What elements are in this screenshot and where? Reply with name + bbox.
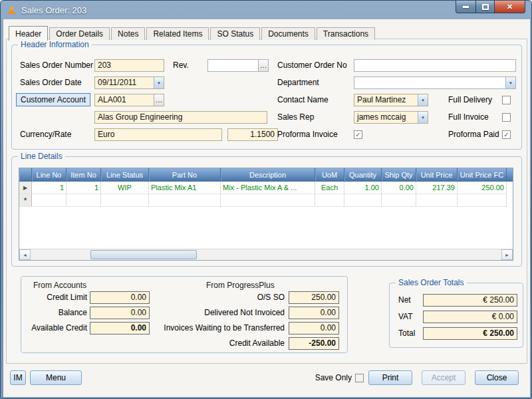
grid-cell[interactable] <box>101 194 149 207</box>
grid-cell[interactable]: Plastic Mix A1 <box>149 182 221 194</box>
column-header-unit-price[interactable]: Unit Price <box>416 168 458 181</box>
tab-related-items[interactable]: Related Items <box>146 27 209 40</box>
delivered-not-invoiced-field[interactable]: 0.00 <box>289 307 339 319</box>
grid-cell[interactable] <box>315 194 344 207</box>
column-header-part-no[interactable]: Part No <box>149 168 221 181</box>
credit-limit-label: Credit Limit <box>21 291 87 304</box>
grid-cell[interactable]: 0.00 <box>382 182 416 194</box>
grid-cell[interactable]: 1 <box>66 182 101 194</box>
grid-cell[interactable] <box>416 194 458 207</box>
app-icon <box>7 5 17 15</box>
currency-field[interactable]: Euro <box>94 128 222 141</box>
close-button[interactable]: ✕ <box>495 1 525 13</box>
grid-cell[interactable] <box>221 194 315 207</box>
column-header-uom[interactable]: UoM <box>315 168 344 181</box>
close-button-footer[interactable]: Close <box>475 370 519 385</box>
scroll-track[interactable] <box>31 249 501 260</box>
rev-label: Rev. <box>173 59 189 72</box>
grid-selector-header[interactable] <box>19 168 32 181</box>
credit-limit-field[interactable]: 0.00 <box>90 291 150 304</box>
grid-cell[interactable]: 217.39 <box>416 182 458 194</box>
titlebar[interactable]: Sales Order: 203 ✕ <box>1 1 531 19</box>
credit-available-label: Credit Available <box>229 337 285 350</box>
vat-field[interactable]: € 0.00 <box>423 311 517 323</box>
tab-header[interactable]: Header <box>9 26 48 41</box>
column-header-line-status[interactable]: Line Status <box>101 168 149 181</box>
available-credit-field[interactable]: 0.00 <box>90 322 150 334</box>
grid-row[interactable]: ▶11WIPPlastic Mix A1Mix - Plastic Mix A … <box>19 182 513 194</box>
sales-order-number-field[interactable]: 203 <box>94 59 164 72</box>
minimize-button[interactable] <box>456 1 475 13</box>
department-combo[interactable]: ▼ <box>354 76 516 89</box>
full-delivery-checkbox[interactable] <box>502 96 511 104</box>
column-header-item-no[interactable]: Item No <box>66 168 101 181</box>
horizontal-scrollbar[interactable]: ◄ ► <box>19 249 513 260</box>
proforma-invoice-checkbox[interactable]: ✓ <box>354 130 362 139</box>
from-progressplus-title: From ProgressPlus <box>206 280 275 291</box>
column-header-description[interactable]: Description <box>221 168 315 181</box>
customer-account-field[interactable]: ALA001 … <box>94 94 164 106</box>
grid-cell[interactable]: Mix - Plastic Mix A & ... <box>221 182 315 194</box>
sales-order-date-value: 09/11/2011 <box>98 78 136 87</box>
print-button[interactable]: Print <box>368 370 412 385</box>
grid-cell[interactable]: 250.00 <box>458 182 507 194</box>
grid-cell[interactable] <box>66 194 101 207</box>
tab-transactions[interactable]: Transactions <box>317 27 375 40</box>
scroll-right-button[interactable]: ► <box>501 249 513 260</box>
tab-order-details[interactable]: Order Details <box>49 27 110 40</box>
save-only-checkbox[interactable] <box>355 374 364 382</box>
proforma-paid-checkbox[interactable]: ✓ <box>502 130 511 139</box>
scroll-left-button[interactable]: ◄ <box>19 249 31 260</box>
scroll-thumb[interactable] <box>90 250 197 259</box>
column-header-unit-price-fc[interactable]: Unit Price FC <box>458 168 507 181</box>
tab-notes[interactable]: Notes <box>111 27 145 40</box>
accept-button[interactable]: Accept <box>422 370 466 385</box>
customer-name-field[interactable]: Alas Group Engineering <box>94 111 267 124</box>
contact-name-combo[interactable]: Paul Martinez ▼ <box>354 94 428 106</box>
customer-order-no-field[interactable] <box>354 59 516 72</box>
ellipsis-button[interactable]: … <box>258 60 268 71</box>
balance-field[interactable]: 0.00 <box>90 307 150 319</box>
rev-field[interactable]: … <box>207 59 269 72</box>
grid-cell[interactable] <box>149 194 221 207</box>
grid-cell[interactable] <box>458 194 507 207</box>
grid-cell[interactable] <box>344 194 382 207</box>
tab-so-status[interactable]: SO Status <box>210 27 260 40</box>
rate-field[interactable]: 1.1500 <box>227 128 278 141</box>
window: Sales Order: 203 ✕ HeaderOrder DetailsNo… <box>0 0 532 399</box>
menu-button[interactable]: Menu <box>30 370 82 385</box>
chevron-down-icon[interactable]: ▼ <box>418 94 428 106</box>
ellipsis-button[interactable]: … <box>154 94 164 106</box>
sales-rep-combo[interactable]: james mccaig ▼ <box>354 111 428 124</box>
grid-cell[interactable] <box>32 194 66 207</box>
im-button[interactable]: IM <box>10 370 26 385</box>
credit-available-field[interactable]: -250.00 <box>289 337 339 350</box>
maximize-button[interactable] <box>475 1 495 13</box>
sales-order-date-combo[interactable]: 09/11/2011 ▼ <box>94 76 164 89</box>
invoices-waiting-label: Invoices Waiting to be Transferred <box>164 322 285 334</box>
full-invoice-checkbox[interactable] <box>502 113 511 122</box>
grid-cell[interactable]: 1.00 <box>344 182 382 194</box>
column-header-quantity[interactable]: Quantity <box>344 168 382 181</box>
grid-cell[interactable] <box>382 194 416 207</box>
grid-cell[interactable]: 1 <box>32 182 66 194</box>
customer-account-button[interactable]: Customer Account <box>16 93 90 106</box>
os-so-field[interactable]: 250.00 <box>289 291 339 304</box>
column-header-line-no[interactable]: Line No <box>32 168 66 181</box>
net-field[interactable]: € 250.00 <box>423 294 517 307</box>
line-details-grid[interactable]: Line NoItem NoLine StatusPart NoDescript… <box>19 168 513 261</box>
total-field[interactable]: € 250.00 <box>423 327 517 340</box>
minimize-icon <box>463 6 469 8</box>
grid-new-row[interactable]: * <box>19 194 513 207</box>
chevron-down-icon[interactable]: ▼ <box>154 77 164 88</box>
chevron-down-icon[interactable]: ▼ <box>418 112 428 123</box>
column-header-ship-qty[interactable]: Ship Qty <box>382 168 416 181</box>
chevron-down-icon[interactable]: ▼ <box>505 77 515 88</box>
grid-header-row: Line NoItem NoLine StatusPart NoDescript… <box>19 168 513 182</box>
grid-rows: ▶11WIPPlastic Mix A1Mix - Plastic Mix A … <box>19 182 513 207</box>
grid-cell[interactable]: WIP <box>101 182 149 194</box>
close-icon: ✕ <box>507 3 513 11</box>
grid-cell[interactable]: Each <box>315 182 344 194</box>
invoices-waiting-field[interactable]: 0.00 <box>289 322 339 334</box>
tab-documents[interactable]: Documents <box>261 27 315 40</box>
